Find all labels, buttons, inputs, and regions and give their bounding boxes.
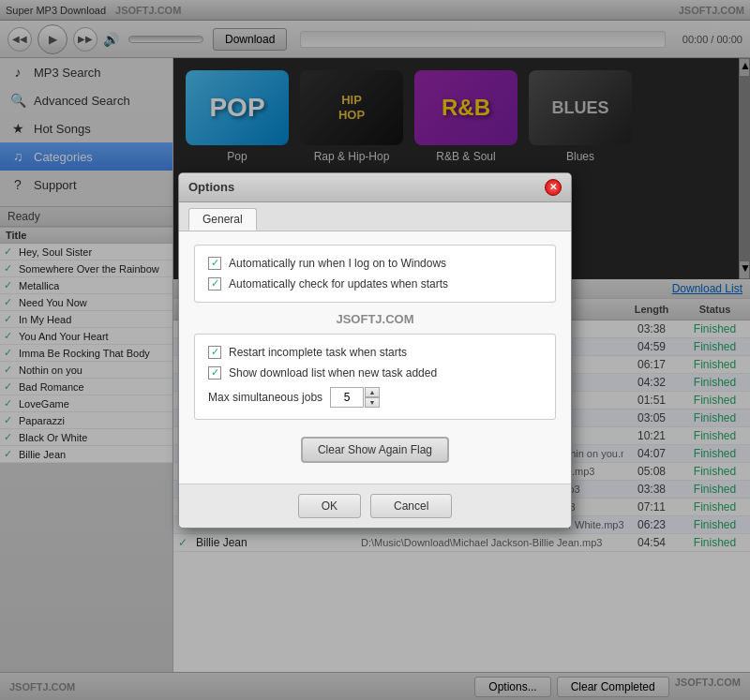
dialog-overlay: Options ✕ General ✓ Automatically run wh…: [0, 0, 750, 700]
dialog-close-button[interactable]: ✕: [545, 179, 562, 196]
jobs-arrows: ▲ ▼: [365, 387, 380, 408]
checkbox-row-3: ✓ Restart incomplete task when starts: [208, 346, 542, 359]
dialog-watermark: JSOFTJ.COM: [194, 312, 556, 326]
jobs-spinner: 5 ▲ ▼: [330, 387, 380, 408]
dialog-tabs: General: [179, 202, 571, 231]
jobs-up-arrow[interactable]: ▲: [365, 387, 380, 397]
checkbox-row-4: ✓ Show download list when new task added: [208, 366, 542, 380]
dialog-title-bar: Options ✕: [179, 173, 571, 202]
ok-button[interactable]: OK: [298, 494, 361, 518]
dialog-body: ✓ Automatically run when I log on to Win…: [179, 231, 571, 484]
checkbox-autorun[interactable]: ✓: [208, 257, 221, 270]
clear-btn-container: Clear Show Again Flag: [194, 429, 556, 470]
checkbox-restart-label: Restart incomplete task when starts: [229, 346, 407, 359]
checkbox-autoupdate-label: Automatically check for updates when sta…: [229, 277, 448, 290]
checkbox-row-1: ✓ Automatically run when I log on to Win…: [208, 257, 542, 270]
checkbox-restart[interactable]: ✓: [208, 346, 221, 359]
dialog-section-2: ✓ Restart incomplete task when starts ✓ …: [194, 334, 556, 420]
cancel-button[interactable]: Cancel: [370, 494, 452, 518]
checkbox-autorun-label: Automatically run when I log on to Windo…: [229, 257, 446, 270]
jobs-input[interactable]: 5: [330, 387, 364, 408]
checkbox-showlist-label: Show download list when new task added: [229, 366, 437, 380]
options-dialog: Options ✕ General ✓ Automatically run wh…: [178, 172, 572, 529]
dialog-section-1: ✓ Automatically run when I log on to Win…: [194, 245, 556, 303]
checkbox-row-2: ✓ Automatically check for updates when s…: [208, 277, 542, 290]
max-jobs-row: Max simultaneous jobs 5 ▲ ▼: [208, 387, 542, 408]
jobs-down-arrow[interactable]: ▼: [365, 397, 380, 408]
checkbox-autoupdate[interactable]: ✓: [208, 277, 221, 290]
checkbox-showlist[interactable]: ✓: [208, 366, 221, 380]
tab-general[interactable]: General: [188, 208, 257, 231]
dialog-title: Options: [188, 180, 234, 194]
max-jobs-label: Max simultaneous jobs: [208, 391, 322, 404]
clear-show-again-button[interactable]: Clear Show Again Flag: [301, 437, 449, 463]
dialog-footer: OK Cancel: [179, 484, 571, 528]
